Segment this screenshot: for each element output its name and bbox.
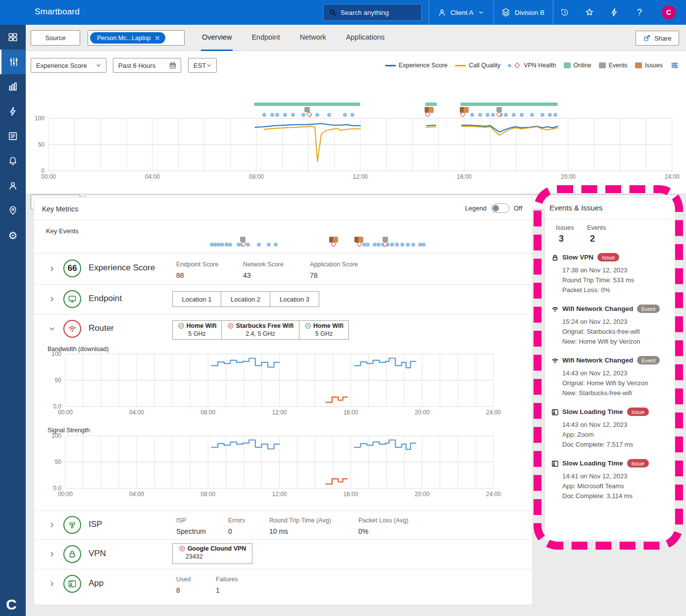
smartboard-app: Smartboard Search anything Client A Divi…: [0, 0, 686, 616]
sidebar-item-settings[interactable]: ⚙: [0, 223, 26, 248]
sidebar-item-locations[interactable]: [0, 198, 26, 223]
vpn-health-dot: [246, 243, 250, 247]
time-range-select[interactable]: Past 6 Hours: [113, 58, 181, 73]
app-window-icon: [67, 579, 77, 589]
metric-network-score: Network Score 43: [243, 261, 284, 279]
lock-icon: [67, 549, 77, 559]
vpn-cell[interactable]: Google Clound VPN 23432: [172, 543, 252, 564]
metric-select-value: Experience Score: [36, 62, 87, 69]
client-selector[interactable]: Client A: [438, 0, 485, 25]
source-chip-container: Person Mc...Laptop: [88, 30, 185, 46]
history-button[interactable]: [559, 6, 571, 18]
sidebar-item-reports[interactable]: [0, 124, 26, 149]
wifi-cell[interactable]: Home Wifi 5 GHz: [299, 320, 349, 340]
chevron-right-icon[interactable]: [48, 521, 56, 529]
legend-settings-icon[interactable]: [670, 61, 679, 70]
chevron-right-icon[interactable]: [48, 265, 56, 273]
legend-item-call-quality[interactable]: Call Quality: [455, 62, 500, 69]
avatar[interactable]: C: [662, 5, 676, 19]
event-entry-wifi-changed[interactable]: Wifi Network Changed Event 15:24 on Nov …: [551, 305, 671, 347]
row-title: Router: [89, 323, 114, 333]
vpn-health-dot: [395, 243, 399, 247]
timeline-chart: 05010000:0004:0008:0012:0016:0020:0024:0…: [30, 115, 683, 183]
wifi-cell[interactable]: Home Wifi 5 GHz: [172, 320, 222, 340]
legend-item-experience-score[interactable]: Experience Score: [385, 62, 448, 69]
vpn-health-dot: [267, 243, 271, 247]
tab-applications[interactable]: Applications: [345, 25, 386, 51]
time-range-value: Past 6 Hours: [118, 62, 155, 69]
router-icon-badge: [63, 320, 81, 338]
vpn-health-dot: [228, 243, 232, 247]
row-experience-score: 66 Experience Score Endpoint Score 88 Ne…: [34, 253, 533, 284]
vpn-health-dot: [220, 243, 224, 247]
row-title: VPN: [89, 549, 106, 559]
bell-icon: [7, 155, 18, 166]
close-icon[interactable]: [154, 35, 160, 41]
person-icon: [7, 180, 18, 191]
history-icon: [560, 7, 570, 17]
sidebar-item-activity[interactable]: [0, 99, 26, 124]
sidebar-item-dashboard[interactable]: [0, 25, 26, 50]
tab-network[interactable]: Network: [299, 25, 327, 51]
tab-overview[interactable]: Overview: [201, 25, 233, 51]
chevron-right-icon[interactable]: [48, 580, 56, 588]
location-cell[interactable]: Location 2: [221, 291, 270, 307]
issue-marker: [460, 107, 469, 113]
legend-item-online[interactable]: Online: [564, 62, 591, 69]
division-selector[interactable]: Division B: [501, 0, 544, 25]
search-input[interactable]: Search anything: [323, 4, 422, 21]
vpn-health-dot: [422, 243, 426, 247]
metric-isp-errors: Errors 0: [228, 517, 245, 535]
event-entry-wifi-changed[interactable]: Wifi Network Changed Event 14:43 on Nov …: [551, 356, 671, 398]
vpn-health-dot: [406, 243, 410, 247]
chevron-right-icon[interactable]: [48, 550, 56, 558]
row-router: Router Home Wifi 5 GHz Starbucks Free Wi…: [34, 314, 533, 344]
event-entry-slow-vpn[interactable]: Slow VPN Issue 17:38 on Nov 12, 2023 Rou…: [551, 253, 671, 295]
quick-actions-button[interactable]: [608, 6, 620, 18]
sidebar-item-charts[interactable]: [0, 74, 26, 99]
square-swatch: [635, 62, 642, 68]
legend-toggle-group: Legend Off: [465, 204, 523, 213]
sidebar-item-metrics[interactable]: [0, 50, 26, 74]
location-cell[interactable]: Location 3: [270, 291, 319, 307]
sidebar: ⚙ C: [0, 25, 26, 616]
lock-icon: [551, 254, 559, 262]
event-entry-slow-loading[interactable]: Slow Loading Time Issue 14:43 on Nov 12,…: [551, 408, 671, 450]
legend-item-issues[interactable]: Issues: [635, 62, 663, 69]
bandwidth-chart: 0.05010000:0004:0008:0012:0016:0020:0024…: [47, 350, 504, 419]
isp-icon-badge: [63, 516, 81, 534]
issues-counter: Issues 3: [556, 224, 574, 244]
wifi-cell[interactable]: Starbucks Free Wifi 2.4, 5 GHz: [222, 320, 299, 340]
share-button[interactable]: Share: [636, 31, 679, 46]
events-issues-panel: Events & Issues Issues 3 Events 2 Slow V…: [544, 197, 675, 541]
source-button[interactable]: Source: [31, 30, 80, 46]
help-button[interactable]: ?: [634, 6, 645, 18]
vpn-health-dot: [257, 243, 261, 247]
chevron-right-icon[interactable]: [48, 295, 56, 303]
help-icon: ?: [637, 8, 642, 17]
wifi-table: Home Wifi 5 GHz Starbucks Free Wifi 2.4,…: [172, 320, 349, 340]
tab-endpoint[interactable]: Endpoint: [250, 25, 281, 51]
location-cell[interactable]: Location 1: [172, 291, 221, 307]
header-divider: [429, 0, 429, 25]
chevron-down-icon: [95, 62, 102, 69]
chevron-down-icon[interactable]: [48, 325, 56, 333]
source-chip[interactable]: Person Mc...Laptop: [90, 32, 165, 44]
legend-toggle[interactable]: [491, 204, 509, 213]
legend-item-events[interactable]: Events: [599, 62, 628, 69]
metric-select[interactable]: Experience Score: [31, 58, 106, 73]
check-circle-icon: [178, 322, 185, 329]
event-entry-slow-loading[interactable]: Slow Loading Time Issue 14:41 on Nov 12,…: [551, 459, 671, 501]
key-metrics-card: Key Metrics Legend Off Key Events 66 Exp…: [34, 197, 533, 605]
app-window-icon: [551, 408, 559, 416]
wifi-icon: [551, 305, 559, 313]
favorites-button[interactable]: [584, 6, 595, 18]
metric-isp-packet-loss: Packet Loss (Avg) 0%: [358, 517, 408, 535]
bolt-icon: [609, 7, 619, 17]
sidebar-item-users[interactable]: [0, 173, 26, 198]
sidebar-item-alerts[interactable]: [0, 149, 26, 173]
sliders-icon: [8, 56, 19, 67]
legend-item-vpn-health[interactable]: VPN Health: [508, 62, 556, 69]
metric-isp-rtt: Round Trip Time (Avg) 10 ms: [269, 517, 331, 535]
timezone-select[interactable]: EST: [188, 58, 217, 73]
